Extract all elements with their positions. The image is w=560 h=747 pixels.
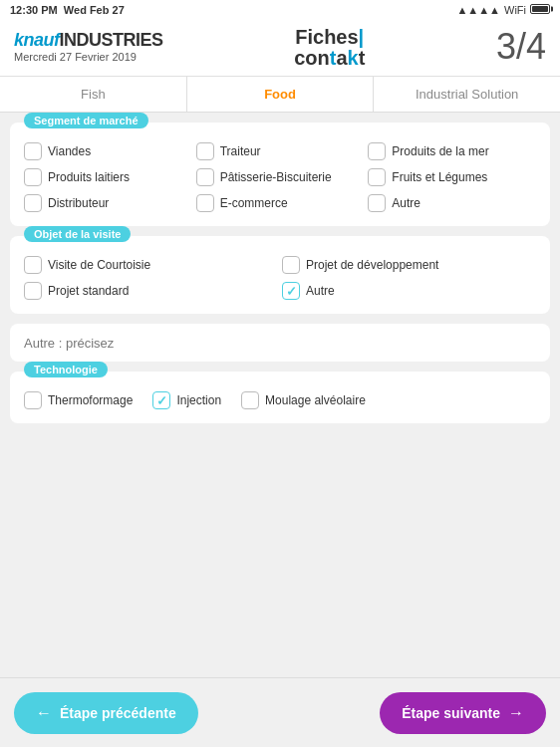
checkbox-patisserie-box[interactable] — [196, 168, 214, 186]
checkbox-traiteur-box[interactable] — [196, 142, 214, 160]
checkbox-autre-segment-label: Autre — [392, 196, 420, 210]
checkbox-distributeur-label: Distributeur — [48, 196, 109, 210]
segment-marche-card: Segment de marché Viandes Traiteur Produ… — [10, 123, 550, 226]
checkbox-injection-box[interactable]: ✓ — [152, 391, 170, 409]
header: knaufINDUSTRIES Mercredi 27 Fevrier 2019… — [0, 20, 560, 77]
content-area: Segment de marché Viandes Traiteur Produ… — [0, 113, 560, 630]
prev-button-label: Étape précédente — [60, 705, 176, 721]
technologie-grid: Thermoformage ✓ Injection Moulage alvéol… — [24, 391, 536, 409]
checkmark-injection-icon: ✓ — [156, 393, 167, 408]
checkbox-produits-mer-label: Produits de la mer — [392, 144, 488, 158]
checkbox-projet-standard[interactable]: Projet standard — [24, 282, 278, 300]
logo-accent: | — [359, 26, 365, 48]
tab-industrial[interactable]: Industrial Solution — [374, 77, 560, 112]
technologie-card: Technologie Thermoformage ✓ Injection Mo… — [10, 372, 550, 423]
checkbox-produits-laitiers-box[interactable] — [24, 168, 42, 186]
checkbox-fruits-legumes[interactable]: Fruits et Légumes — [368, 168, 536, 186]
next-button-label: Étape suivante — [402, 705, 500, 721]
arrow-left-icon: ← — [36, 704, 52, 722]
checkbox-projet-dev-label: Projet de développement — [306, 258, 438, 272]
logo-industries-text: INDUSTRIES — [60, 30, 163, 50]
technologie-label: Technologie — [24, 362, 108, 377]
checkbox-produits-mer[interactable]: Produits de la mer — [368, 142, 536, 160]
checkbox-autre-objet-box[interactable]: ✓ — [282, 282, 300, 300]
logo-fiches-main: Fiches| — [295, 26, 364, 48]
autre-input[interactable] — [24, 336, 536, 351]
checkbox-produits-laitiers[interactable]: Produits laitiers — [24, 168, 192, 186]
checkbox-fruits-legumes-box[interactable] — [368, 168, 386, 186]
checkbox-autre-objet-label: Autre — [306, 284, 335, 298]
status-indicators: ▲▲▲▲ WiFi — [456, 4, 550, 16]
checkbox-thermoformage[interactable]: Thermoformage — [24, 391, 133, 409]
logo-fiches: Fiches| contakt — [294, 26, 365, 68]
battery-icon — [530, 4, 550, 14]
checkbox-courtoisie-label: Visite de Courtoisie — [48, 258, 150, 272]
checkbox-traiteur[interactable]: Traiteur — [196, 142, 365, 160]
checkbox-autre-objet[interactable]: ✓ Autre — [282, 282, 536, 300]
tab-food[interactable]: Food — [187, 77, 375, 112]
checkbox-thermoformage-box[interactable] — [24, 391, 42, 409]
tab-bar: Fish Food Industrial Solution — [0, 77, 560, 113]
arrow-right-icon: → — [508, 704, 524, 722]
objet-visite-label: Objet de la visite — [24, 226, 131, 242]
wifi-icon: WiFi — [504, 4, 526, 16]
status-bar: 12:30 PM Wed Feb 27 ▲▲▲▲ WiFi — [0, 0, 560, 20]
battery-indicator — [530, 4, 550, 16]
checkbox-ecommerce-box[interactable] — [196, 194, 214, 212]
checkbox-projet-standard-label: Projet standard — [48, 284, 129, 298]
checkbox-produits-laitiers-label: Produits laitiers — [48, 170, 130, 184]
segment-marche-label: Segment de marché — [24, 113, 148, 128]
autre-input-card — [10, 324, 550, 362]
checkbox-patisserie-label: Pâtisserie-Biscuiterie — [220, 170, 332, 184]
next-button[interactable]: Étape suivante → — [380, 692, 546, 734]
tab-fish[interactable]: Fish — [0, 77, 187, 112]
checkbox-viandes-label: Viandes — [48, 144, 91, 158]
checkbox-traiteur-label: Traiteur — [220, 144, 261, 158]
checkbox-distributeur[interactable]: Distributeur — [24, 194, 192, 212]
checkbox-ecommerce[interactable]: E-commerce — [196, 194, 365, 212]
checkbox-autre-segment-box[interactable] — [368, 194, 386, 212]
checkbox-produits-mer-box[interactable] — [368, 142, 386, 160]
checkbox-thermoformage-label: Thermoformage — [48, 393, 133, 407]
objet-visite-grid: Visite de Courtoisie Projet de développe… — [24, 256, 536, 300]
checkbox-projet-dev-box[interactable] — [282, 256, 300, 274]
checkbox-courtoisie[interactable]: Visite de Courtoisie — [24, 256, 278, 274]
checkbox-autre-segment[interactable]: Autre — [368, 194, 536, 212]
checkmark-icon: ✓ — [286, 284, 297, 299]
header-date: Mercredi 27 Fevrier 2019 — [14, 51, 163, 63]
checkbox-moulage[interactable]: Moulage alvéolaire — [241, 391, 366, 409]
checkbox-moulage-label: Moulage alvéolaire — [265, 393, 366, 407]
status-time: 12:30 PM Wed Feb 27 — [10, 4, 125, 16]
checkbox-projet-dev[interactable]: Projet de développement — [282, 256, 536, 274]
checkbox-moulage-box[interactable] — [241, 391, 259, 409]
checkbox-ecommerce-label: E-commerce — [220, 196, 288, 210]
objet-visite-card: Objet de la visite Visite de Courtoisie … — [10, 236, 550, 314]
logo-fiches-sub: contakt — [294, 48, 365, 68]
header-left: knaufINDUSTRIES Mercredi 27 Fevrier 2019 — [14, 31, 163, 63]
logo-knauf-text: knauf — [14, 30, 60, 50]
checkbox-projet-standard-box[interactable] — [24, 282, 42, 300]
checkbox-injection[interactable]: ✓ Injection — [152, 391, 221, 409]
checkbox-courtoisie-box[interactable] — [24, 256, 42, 274]
checkbox-distributeur-box[interactable] — [24, 194, 42, 212]
segment-marche-grid: Viandes Traiteur Produits de la mer Prod… — [24, 142, 536, 212]
checkbox-viandes[interactable]: Viandes — [24, 142, 192, 160]
prev-button[interactable]: ← Étape précédente — [14, 692, 198, 734]
signal-icon: ▲▲▲▲ — [456, 4, 500, 16]
checkbox-fruits-legumes-label: Fruits et Légumes — [392, 170, 487, 184]
logo-fiches-part1: Fiches — [295, 26, 358, 48]
checkbox-viandes-box[interactable] — [24, 142, 42, 160]
logo-knauf: knaufINDUSTRIES — [14, 31, 163, 49]
checkbox-injection-label: Injection — [176, 393, 221, 407]
footer: ← Étape précédente Étape suivante → — [0, 677, 560, 747]
page-counter: 3/4 — [496, 26, 546, 68]
checkbox-patisserie[interactable]: Pâtisserie-Biscuiterie — [196, 168, 365, 186]
